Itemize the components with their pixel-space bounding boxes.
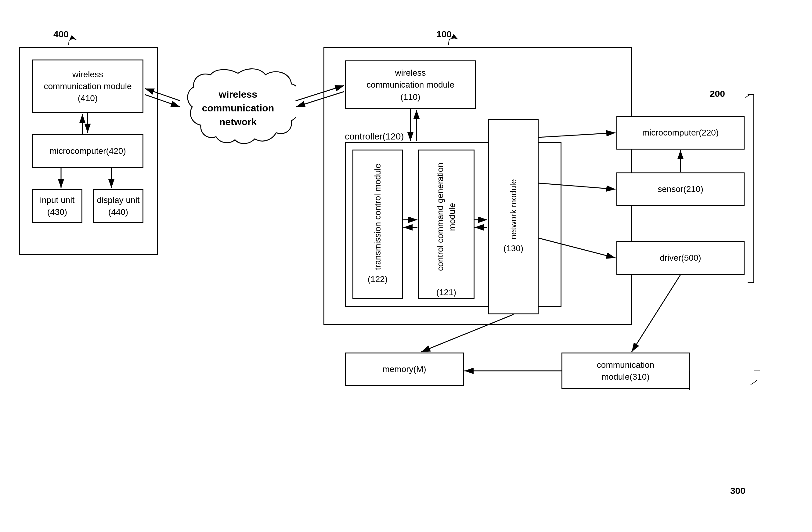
box-130-label: network module: [507, 179, 519, 240]
box-122-ref: (122): [368, 273, 388, 285]
box-210-label: sensor(210): [657, 183, 703, 195]
box-440: display unit(440): [93, 189, 143, 223]
box-110-label: wirelesscommunication module(110): [366, 67, 454, 103]
svg-text:wireless: wireless: [218, 89, 257, 100]
box-memory: memory(M): [345, 353, 464, 386]
ref-100: 100: [436, 29, 452, 39]
box-210: sensor(210): [617, 172, 744, 206]
box-memory-label: memory(M): [382, 363, 426, 375]
cloud-wireless-network: wireless communication network: [180, 64, 296, 151]
svg-text:network: network: [219, 116, 257, 127]
box-122-label: transmission control module: [372, 163, 383, 270]
box-310: communicationmodule(310): [562, 353, 690, 389]
box-122: transmission control module (122): [352, 149, 403, 299]
svg-line-26: [632, 275, 681, 352]
ref-300: 300: [730, 486, 745, 496]
box-220: microcomputer(220): [617, 116, 744, 149]
box-310-label: communicationmodule(310): [597, 359, 654, 383]
box-440-label: display unit(440): [97, 194, 140, 218]
ref-400: 400: [54, 29, 69, 39]
box-130: network module (130): [488, 119, 539, 314]
diagram: 400 100 200 300 wirelesscommunication mo…: [0, 0, 812, 532]
box-130-ref: (130): [504, 242, 523, 254]
box-121-ref: (121): [436, 286, 456, 298]
box-500-label: driver(500): [660, 252, 701, 264]
box-410: wirelesscommunication module(410): [32, 59, 143, 113]
svg-text:communication: communication: [202, 103, 274, 114]
box-121: control command generation module (121): [418, 149, 475, 299]
box-121-label: control command generation module: [434, 150, 458, 283]
box-430-label: input unit(430): [40, 194, 75, 218]
box-420-label: microcomputer(420): [49, 145, 126, 157]
box-410-label: wirelesscommunication module(410): [44, 68, 132, 104]
box-420: microcomputer(420): [32, 134, 143, 168]
controller-label: controller(120): [345, 131, 404, 142]
ref-200: 200: [710, 88, 725, 99]
box-430: input unit(430): [32, 189, 82, 223]
box-500: driver(500): [617, 241, 744, 275]
box-110: wirelesscommunication module(110): [345, 60, 476, 109]
box-220-label: microcomputer(220): [642, 127, 719, 139]
